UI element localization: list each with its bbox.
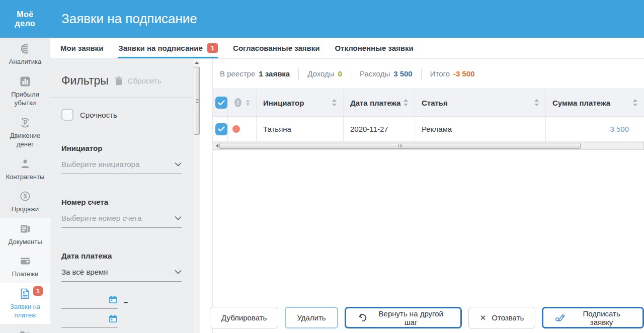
check-icon (218, 100, 225, 106)
tab-declined-requests[interactable]: Отклоненные заявки (335, 38, 413, 58)
sidebar-item-contractors[interactable]: Контрагенты (0, 153, 50, 186)
scrollbar-up-button[interactable] (193, 59, 200, 66)
expense-value: 3 500 (393, 69, 413, 78)
income-label: Доходы (307, 69, 334, 78)
expense-label: Расходы (360, 69, 390, 78)
registry-count: В реестре 1 заявка (220, 69, 290, 78)
cell-amount[interactable]: 3 500 (546, 117, 644, 141)
payment-date-select[interactable]: За всё время (61, 268, 182, 282)
total-summary: Итого -3 500 (430, 69, 475, 78)
contractors-icon (2, 158, 49, 170)
date-from-input[interactable] (61, 295, 118, 309)
account-filter-label: Номер счета (61, 198, 182, 206)
column-header-urgency[interactable]: ! (228, 89, 257, 116)
initiator-select[interactable]: Выберите инициатора (61, 160, 182, 174)
undo-icon (357, 312, 367, 323)
references-icon (2, 329, 49, 333)
registry-value: 1 заявка (259, 69, 290, 78)
scrollbar-thumb[interactable] (219, 143, 581, 149)
duplicate-button[interactable]: Дублировать (210, 307, 278, 328)
sort-icon[interactable] (332, 99, 337, 106)
recall-button[interactable]: ✕ Отозвать (468, 307, 536, 328)
date-to-input[interactable] (61, 314, 118, 328)
payment-date-value: За всё время (61, 268, 108, 276)
tab-label: Мои заявки (60, 44, 103, 52)
table-scrollbar[interactable] (213, 142, 644, 150)
column-header-payment-date[interactable]: Дата платежа (344, 89, 415, 116)
page-title: Заявки на подписание (61, 11, 197, 27)
scrollbar-thumb[interactable] (194, 67, 200, 135)
sidebar-item-analytics[interactable]: Аналитика (0, 38, 50, 70)
account-select[interactable]: Выберите номер счета (61, 214, 182, 228)
sidebar-item-label: Контрагенты (6, 173, 45, 181)
sort-icon[interactable] (404, 99, 408, 106)
reset-filters-button[interactable]: Сбросить (114, 76, 162, 86)
sort-icon[interactable] (534, 99, 539, 106)
logo-line1: Моё (0, 10, 50, 19)
svg-text:$: $ (23, 290, 25, 295)
column-header-amount[interactable]: Сумма платежа (546, 89, 644, 116)
documents-icon (2, 223, 49, 235)
sidebar-item-documents[interactable]: Документы (0, 218, 50, 251)
column-label: Инициатор (263, 99, 304, 107)
column-header-category[interactable]: Статья (415, 89, 546, 116)
registry-label: В реестре (220, 69, 255, 78)
sidebar-item-label: Прибыли убытки (11, 91, 39, 107)
calendar-icon[interactable] (108, 295, 118, 306)
registry-summary: В реестре 1 заявка Доходы 0 Расходы 3 50… (213, 59, 644, 89)
select-all-checkbox[interactable] (215, 97, 227, 109)
delete-button[interactable]: Удалить (285, 307, 338, 328)
sidebar-item-payment-requests[interactable]: 1 $ Заявки на платеж (0, 283, 50, 324)
sidebar-item-label: Аналитика (9, 58, 41, 65)
sidebar-item-label: Документы (8, 238, 42, 245)
sidebar-item-payments[interactable]: Платежи (0, 250, 50, 283)
sort-icon[interactable] (633, 99, 637, 106)
filters-title: Фильтры (61, 74, 109, 88)
tab-label: Согласованные заявки (233, 44, 319, 52)
sidebar-item-label: Платежи (12, 270, 39, 278)
tab-badge: 1 (207, 43, 218, 53)
urgency-label: Срочность (80, 111, 117, 119)
sort-icon[interactable] (246, 99, 250, 106)
tab-label: Отклоненные заявки (335, 44, 413, 52)
filters-scrollbar[interactable] (193, 59, 200, 333)
sidebar-item-money-flow[interactable]: Движение денег (0, 112, 50, 153)
calendar-icon[interactable] (108, 314, 118, 325)
sidebar-item-label: Движение денег (10, 132, 41, 148)
payments-icon (2, 255, 49, 267)
table-row[interactable]: Татьяна 2020-11-27 Реклама 3 500 (213, 117, 644, 142)
column-header-initiator[interactable]: Инициатор (257, 89, 344, 116)
trash-icon (114, 76, 124, 86)
priority-icon: ! (234, 98, 242, 107)
moedelo-logo[interactable]: Моё дело (0, 10, 50, 28)
tab-bar: Мои заявки Заявки на подписание 1 Соглас… (50, 38, 644, 59)
tab-my-requests[interactable]: Мои заявки (60, 38, 103, 58)
cell-payment-date: 2020-11-27 (344, 117, 415, 141)
initiator-filter-label: Инициатор (61, 144, 182, 152)
sign-request-button[interactable]: Подписать заявку (542, 307, 644, 328)
account-placeholder: Выберите номер счета (61, 214, 141, 222)
row-checkbox[interactable] (215, 123, 227, 135)
tab-signing-requests[interactable]: Заявки на подписание 1 (118, 38, 218, 58)
initiator-placeholder: Выберите инициатора (61, 160, 139, 169)
app-header: Моё дело Заявки на подписание (0, 0, 644, 38)
cell-category: Реклама (415, 117, 546, 141)
payment-date-filter-label: Дата платежа (61, 252, 182, 260)
income-value: 0 (338, 69, 342, 78)
return-step-label: Вернуть на другой шаг (373, 309, 449, 326)
urgency-checkbox-row[interactable]: Срочность (61, 109, 182, 121)
column-label: Статья (422, 99, 448, 107)
tab-approved-requests[interactable]: Согласованные заявки (233, 38, 319, 58)
chevron-down-icon (175, 270, 182, 274)
sidebar-item-references[interactable]: Справочники (0, 324, 50, 333)
column-label: Сумма платежа (552, 99, 610, 107)
tab-label: Заявки на подписание (118, 44, 203, 52)
pen-icon (554, 312, 566, 323)
sidebar-item-sales[interactable]: $ Продажи (0, 185, 50, 218)
sidebar: Аналитика Прибыли убытки (0, 38, 50, 333)
sidebar-item-profit-loss[interactable]: Прибыли убытки (0, 70, 50, 112)
profit-loss-icon (2, 75, 49, 88)
return-step-button[interactable]: Вернуть на другой шаг (345, 307, 462, 328)
urgency-checkbox[interactable] (61, 109, 73, 121)
sales-icon: $ (2, 190, 49, 202)
